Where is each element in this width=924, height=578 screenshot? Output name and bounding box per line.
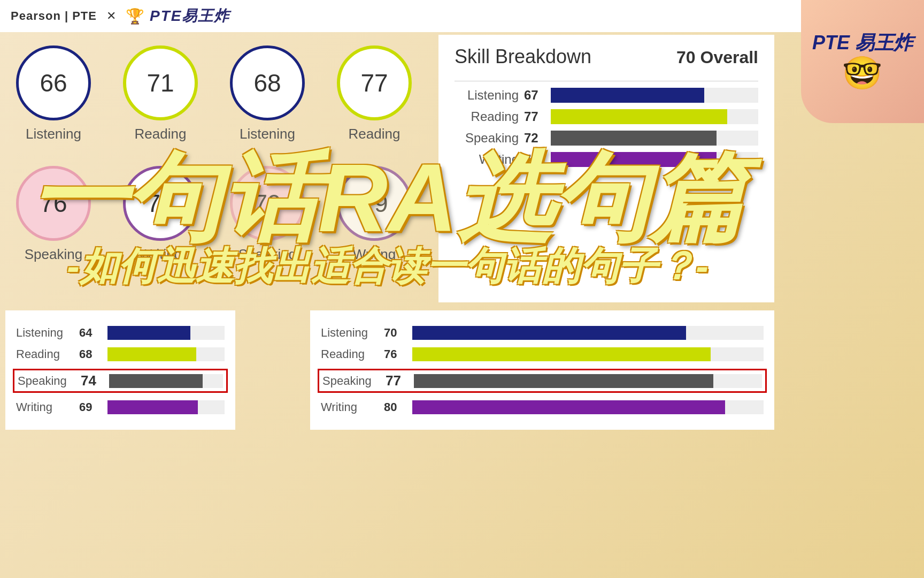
- score-circle-66: 66: [16, 45, 91, 120]
- stats-panel-left: Listening 64 Reading 68 Speaking 74 Writ…: [5, 310, 235, 430]
- stat-row-writing-left: Writing 69: [16, 400, 225, 414]
- stat-row-reading-left: Reading 68: [16, 347, 225, 361]
- circle-item-listening-66: 66 Listening: [16, 45, 91, 142]
- circle-item-reading-71: 71 Reading: [123, 45, 198, 142]
- brand-icon: 🏆: [126, 7, 144, 25]
- overlay-title-line2: -如何迅速找出适合读一句话的句子？-: [27, 241, 749, 292]
- stats-panel-right: Listening 70 Reading 76 Speaking 77 Writ…: [310, 310, 774, 430]
- score-circle-71: 71: [123, 45, 198, 120]
- highlighted-row-speaking-left: Speaking 74: [13, 369, 228, 393]
- bar-speaking: [551, 131, 758, 146]
- pearson-logo: Pearson | PTE: [11, 9, 97, 23]
- circle-item-listening-68: 68 Listening: [230, 45, 305, 142]
- overlay-text-container: 一句话RA选句篇 -如何迅速找出适合读一句话的句子？-: [27, 150, 749, 292]
- circle-label-reading-77: Reading: [349, 126, 401, 142]
- circle-label-listening: Listening: [26, 126, 81, 142]
- skill-bar-reading: Reading 77: [455, 109, 758, 124]
- circle-label-reading-71: Reading: [135, 126, 187, 142]
- skill-breakdown-title: Skill Breakdown: [455, 45, 591, 68]
- circle-item-reading-77: 77 Reading: [337, 45, 412, 142]
- bar-reading: [551, 109, 758, 124]
- overlay-title-line1: 一句话RA选句篇: [27, 150, 749, 246]
- stat-row-listening-left: Listening 64: [16, 326, 225, 340]
- circles-row-1: 66 Listening 71 Reading 68 Listening 77 …: [0, 35, 481, 153]
- highlighted-row-speaking-right: Speaking 77: [318, 369, 767, 393]
- divider-top: [455, 81, 758, 81]
- skill-bar-listening: Listening 67: [455, 88, 758, 103]
- bar-listening: [551, 88, 758, 103]
- overall-score: 70 Overall: [676, 48, 758, 67]
- skill-bar-speaking: Speaking 72: [455, 131, 758, 146]
- character-face-icon: 🤓: [812, 54, 913, 92]
- brand-logo: PTE易王炸: [150, 6, 230, 26]
- character-illustration: PTE 易王炸 🤓: [801, 0, 924, 123]
- score-circle-68: 68: [230, 45, 305, 120]
- stat-row-writing-right: Writing 80: [321, 400, 764, 414]
- circle-label-listening-68: Listening: [240, 126, 295, 142]
- character-brand-text: PTE 易王炸: [812, 31, 913, 54]
- stat-row-reading-right: Reading 76: [321, 347, 764, 361]
- top-bar: Pearson | PTE ✕ 🏆 PTE易王炸: [0, 0, 924, 32]
- main-container: Pearson | PTE ✕ 🏆 PTE易王炸 66 Listening 71…: [0, 0, 924, 578]
- score-circle-77: 77: [337, 45, 412, 120]
- stat-row-listening-right: Listening 70: [321, 326, 764, 340]
- cross-symbol: ✕: [106, 9, 116, 23]
